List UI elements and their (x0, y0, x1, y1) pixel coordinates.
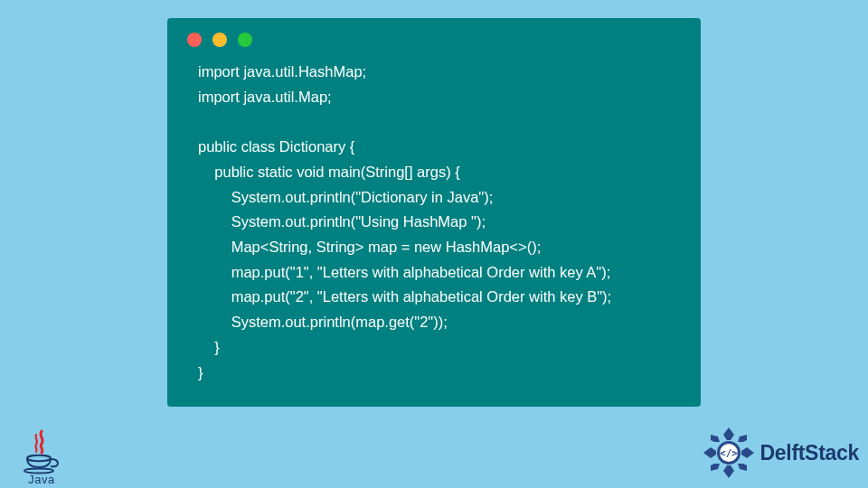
code-window: import java.util.HashMap; import java.ut… (167, 18, 701, 407)
window-controls (167, 18, 701, 56)
java-logo-label: Java (28, 473, 54, 486)
svg-point-0 (27, 455, 51, 461)
close-icon (187, 33, 202, 47)
minimize-icon (212, 33, 227, 47)
maximize-icon (238, 33, 252, 47)
java-cup-icon (23, 429, 61, 474)
java-logo: Java (16, 423, 67, 486)
svg-text:</>: </> (720, 447, 738, 459)
delftstack-icon: </> (701, 425, 757, 481)
site-name: DelftStack (760, 441, 860, 465)
code-block: import java.util.HashMap; import java.ut… (167, 56, 701, 390)
site-branding: </> DelftStack (701, 425, 860, 481)
